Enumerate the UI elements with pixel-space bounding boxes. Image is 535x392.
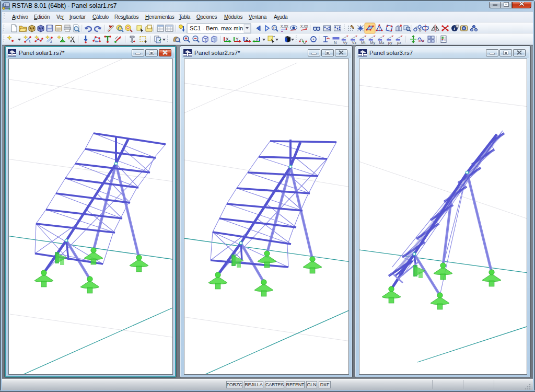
svg-text:N: N — [334, 40, 336, 45]
svg-text:pz: pz — [397, 40, 401, 45]
svg-text:Y: Y — [236, 37, 239, 42]
svg-text:X.XX: X.XX — [300, 25, 308, 28]
svg-text:Mt: Mt — [361, 40, 366, 45]
svg-text:P: P — [273, 26, 276, 30]
svg-text:Vy: Vy — [343, 40, 347, 45]
svg-text:-X: -X — [254, 37, 259, 42]
svg-text:X.XX: X.XX — [281, 25, 288, 28]
svg-text:Z: Z — [246, 37, 248, 42]
svg-text:SC1 - Bem. max-min: SC1 - Bem. max-min — [190, 25, 243, 31]
svg-text:Mz: Mz — [379, 40, 385, 45]
svg-text:py: py — [388, 40, 392, 45]
svg-text:X: X — [226, 37, 229, 42]
svg-text:My: My — [370, 40, 375, 45]
svg-text:Vz: Vz — [352, 40, 357, 45]
